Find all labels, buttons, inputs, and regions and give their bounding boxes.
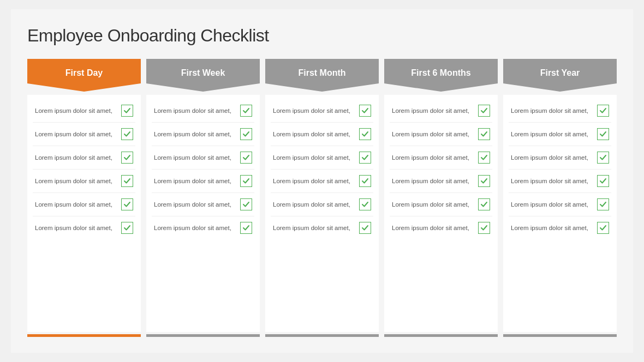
check-icon (121, 198, 133, 210)
item-text: Lorem ipsum dolor sit amet, (511, 177, 588, 185)
check-icon (359, 128, 371, 140)
item-text: Lorem ipsum dolor sit amet, (154, 200, 231, 209)
check-icon (240, 222, 252, 234)
item-text: Lorem ipsum dolor sit amet, (273, 200, 350, 209)
list-item: Lorem ipsum dolor sit amet, (390, 146, 492, 170)
column-footer-first-week (146, 334, 260, 337)
list-item: Lorem ipsum dolor sit amet, (509, 216, 611, 239)
list-item: Lorem ipsum dolor sit amet, (33, 170, 135, 193)
list-item: Lorem ipsum dolor sit amet, (390, 99, 492, 123)
list-item: Lorem ipsum dolor sit amet, (152, 193, 254, 216)
check-icon (121, 175, 133, 187)
check-icon (240, 128, 252, 140)
check-icon (359, 175, 371, 187)
item-text: Lorem ipsum dolor sit amet, (273, 130, 350, 138)
list-item: Lorem ipsum dolor sit amet, (509, 123, 611, 146)
list-item: Lorem ipsum dolor sit amet, (152, 216, 254, 239)
list-item: Lorem ipsum dolor sit amet, (152, 170, 254, 193)
page-title: Employee Onboarding Checklist (27, 26, 617, 46)
item-text: Lorem ipsum dolor sit amet, (511, 130, 588, 138)
column-first-6-months: First 6 MonthsLorem ipsum dolor sit amet… (384, 59, 498, 337)
item-text: Lorem ipsum dolor sit amet, (35, 153, 112, 162)
column-header-first-year: First Year (503, 59, 617, 92)
check-icon (478, 198, 490, 210)
check-icon (478, 222, 490, 234)
check-icon (597, 128, 609, 140)
column-first-week: First WeekLorem ipsum dolor sit amet, Lo… (146, 59, 260, 337)
check-icon (240, 175, 252, 187)
list-item: Lorem ipsum dolor sit amet, (271, 123, 373, 146)
check-icon (121, 105, 133, 117)
column-first-day: First DayLorem ipsum dolor sit amet, Lor… (27, 59, 141, 337)
check-icon (478, 152, 490, 164)
column-footer-first-year (503, 334, 617, 337)
column-body-first-month: Lorem ipsum dolor sit amet, Lorem ipsum … (265, 95, 379, 332)
list-item: Lorem ipsum dolor sit amet, (33, 193, 135, 216)
check-icon (478, 175, 490, 187)
list-item: Lorem ipsum dolor sit amet, (271, 170, 373, 193)
item-text: Lorem ipsum dolor sit amet, (273, 153, 350, 162)
item-text: Lorem ipsum dolor sit amet, (273, 224, 350, 232)
list-item: Lorem ipsum dolor sit amet, (33, 146, 135, 170)
check-icon (597, 105, 609, 117)
list-item: Lorem ipsum dolor sit amet, (152, 146, 254, 170)
item-text: Lorem ipsum dolor sit amet, (511, 200, 588, 209)
check-icon (359, 222, 371, 234)
column-header-first-6-months: First 6 Months (384, 59, 498, 92)
check-icon (121, 152, 133, 164)
item-text: Lorem ipsum dolor sit amet, (392, 130, 469, 138)
list-item: Lorem ipsum dolor sit amet, (390, 216, 492, 239)
list-item: Lorem ipsum dolor sit amet, (509, 99, 611, 123)
column-first-month: First MonthLorem ipsum dolor sit amet, L… (265, 59, 379, 337)
list-item: Lorem ipsum dolor sit amet, (33, 123, 135, 146)
item-text: Lorem ipsum dolor sit amet, (35, 224, 112, 232)
list-item: Lorem ipsum dolor sit amet, (509, 193, 611, 216)
list-item: Lorem ipsum dolor sit amet, (390, 123, 492, 146)
check-icon (240, 198, 252, 210)
list-item: Lorem ipsum dolor sit amet, (390, 170, 492, 193)
column-body-first-6-months: Lorem ipsum dolor sit amet, Lorem ipsum … (384, 95, 498, 332)
list-item: Lorem ipsum dolor sit amet, (509, 146, 611, 170)
item-text: Lorem ipsum dolor sit amet, (511, 153, 588, 162)
check-icon (240, 152, 252, 164)
column-body-first-day: Lorem ipsum dolor sit amet, Lorem ipsum … (27, 95, 141, 332)
page: Employee Onboarding Checklist First DayL… (11, 9, 633, 353)
item-text: Lorem ipsum dolor sit amet, (35, 106, 112, 115)
check-icon (359, 152, 371, 164)
list-item: Lorem ipsum dolor sit amet, (33, 216, 135, 239)
column-header-text-first-year: First Year (540, 68, 580, 82)
item-text: Lorem ipsum dolor sit amet, (35, 177, 112, 185)
item-text: Lorem ipsum dolor sit amet, (392, 106, 469, 115)
item-text: Lorem ipsum dolor sit amet, (392, 177, 469, 185)
check-icon (597, 152, 609, 164)
check-icon (478, 105, 490, 117)
column-header-first-week: First Week (146, 59, 260, 92)
check-icon (121, 222, 133, 234)
item-text: Lorem ipsum dolor sit amet, (511, 224, 588, 232)
column-footer-first-day (27, 334, 141, 337)
item-text: Lorem ipsum dolor sit amet, (35, 200, 112, 209)
column-footer-first-month (265, 334, 379, 337)
list-item: Lorem ipsum dolor sit amet, (271, 99, 373, 123)
item-text: Lorem ipsum dolor sit amet, (154, 177, 231, 185)
check-icon (359, 198, 371, 210)
column-header-first-month: First Month (265, 59, 379, 92)
column-first-year: First YearLorem ipsum dolor sit amet, Lo… (503, 59, 617, 337)
check-icon (597, 175, 609, 187)
item-text: Lorem ipsum dolor sit amet, (35, 130, 112, 138)
item-text: Lorem ipsum dolor sit amet, (154, 153, 231, 162)
check-icon (478, 128, 490, 140)
list-item: Lorem ipsum dolor sit amet, (390, 193, 492, 216)
columns-container: First DayLorem ipsum dolor sit amet, Lor… (27, 59, 617, 337)
list-item: Lorem ipsum dolor sit amet, (271, 146, 373, 170)
check-icon (597, 198, 609, 210)
item-text: Lorem ipsum dolor sit amet, (392, 200, 469, 209)
check-icon (121, 128, 133, 140)
item-text: Lorem ipsum dolor sit amet, (273, 177, 350, 185)
list-item: Lorem ipsum dolor sit amet, (152, 99, 254, 123)
column-body-first-week: Lorem ipsum dolor sit amet, Lorem ipsum … (146, 95, 260, 332)
list-item: Lorem ipsum dolor sit amet, (509, 170, 611, 193)
item-text: Lorem ipsum dolor sit amet, (154, 106, 231, 115)
list-item: Lorem ipsum dolor sit amet, (33, 99, 135, 123)
column-body-first-year: Lorem ipsum dolor sit amet, Lorem ipsum … (503, 95, 617, 332)
